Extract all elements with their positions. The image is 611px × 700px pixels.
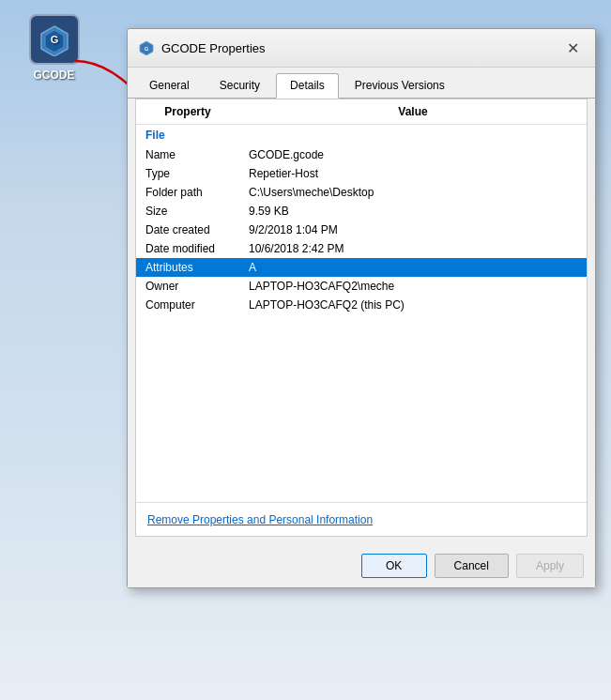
close-button[interactable]: ✕ xyxy=(561,37,584,59)
dialog-title: GCODE Properties xyxy=(161,41,266,55)
prop-owner-label: Owner xyxy=(136,277,239,296)
table-row[interactable]: Date created 9/2/2018 1:04 PM xyxy=(136,221,587,239)
prop-folder-value: C:\Users\meche\Desktop xyxy=(239,183,587,202)
remove-link-area: Remove Properties and Personal Informati… xyxy=(136,502,587,536)
prop-owner-value: LAPTOP-HO3CAFQ2\meche xyxy=(239,277,587,296)
tab-bar: General Security Details Previous Versio… xyxy=(128,68,595,99)
properties-dialog: G GCODE Properties ✕ General Security De… xyxy=(127,28,596,588)
dialog-main-content: Property Value File Name GCODE.gcode Typ… xyxy=(135,99,588,537)
tab-details[interactable]: Details xyxy=(276,73,339,99)
dialog-icon: G xyxy=(139,40,154,55)
prop-folder-label: Folder path xyxy=(136,183,239,202)
table-row[interactable]: Owner LAPTOP-HO3CAFQ2\meche xyxy=(136,277,587,296)
prop-size-value: 9.59 KB xyxy=(239,202,587,221)
desktop-icon-label: GCODE xyxy=(19,68,89,82)
apply-button[interactable]: Apply xyxy=(516,554,584,578)
prop-computer-label: Computer xyxy=(136,296,239,314)
prop-computer-value: LAPTOP-HO3CAFQ2 (this PC) xyxy=(239,296,587,314)
properties-table: Property Value File Name GCODE.gcode Typ… xyxy=(136,99,587,502)
prop-datecreated-label: Date created xyxy=(136,221,239,239)
section-file: File xyxy=(136,125,587,146)
col-header-value: Value xyxy=(239,99,587,125)
svg-text:G: G xyxy=(50,34,58,45)
col-header-property: Property xyxy=(136,99,239,125)
prop-type-value: Repetier-Host xyxy=(239,164,587,183)
table-row[interactable]: Type Repetier-Host xyxy=(136,164,587,183)
prop-datemodified-value: 10/6/2018 2:42 PM xyxy=(239,239,587,258)
cancel-button[interactable]: Cancel xyxy=(435,554,509,578)
ok-button[interactable]: OK xyxy=(361,554,427,578)
table-row[interactable]: Date modified 10/6/2018 2:42 PM xyxy=(136,239,587,258)
desktop-icon-gcode[interactable]: G GCODE xyxy=(19,14,89,82)
tab-previous-versions[interactable]: Previous Versions xyxy=(341,73,459,98)
prop-datecreated-value: 9/2/2018 1:04 PM xyxy=(239,221,587,239)
table-row[interactable]: Folder path C:\Users\meche\Desktop xyxy=(136,183,587,202)
prop-type-label: Type xyxy=(136,164,239,183)
table-empty-space xyxy=(136,314,587,502)
table-row[interactable]: Size 9.59 KB xyxy=(136,202,587,221)
tab-general[interactable]: General xyxy=(135,73,204,98)
prop-name-value: GCODE.gcode xyxy=(239,145,587,164)
title-bar: G GCODE Properties ✕ xyxy=(128,29,595,68)
prop-name-label: Name xyxy=(136,145,239,164)
prop-attributes-label: Attributes xyxy=(136,258,239,277)
desktop: G GCODE G GCODE Properties ✕ xyxy=(0,0,611,700)
table-row-selected[interactable]: Attributes A xyxy=(136,258,587,277)
dialog-buttons: OK Cancel Apply xyxy=(128,544,595,587)
table-row[interactable]: Computer LAPTOP-HO3CAFQ2 (this PC) xyxy=(136,296,587,314)
prop-attributes-value: A xyxy=(239,258,587,277)
gcode-icon: G xyxy=(29,14,80,65)
prop-datemodified-label: Date modified xyxy=(136,239,239,258)
prop-size-label: Size xyxy=(136,202,239,221)
title-bar-left: G GCODE Properties xyxy=(139,40,266,55)
table-row[interactable]: Name GCODE.gcode xyxy=(136,145,587,164)
svg-text:G: G xyxy=(145,46,149,52)
remove-properties-link[interactable]: Remove Properties and Personal Informati… xyxy=(147,513,373,526)
tab-security[interactable]: Security xyxy=(206,73,274,98)
